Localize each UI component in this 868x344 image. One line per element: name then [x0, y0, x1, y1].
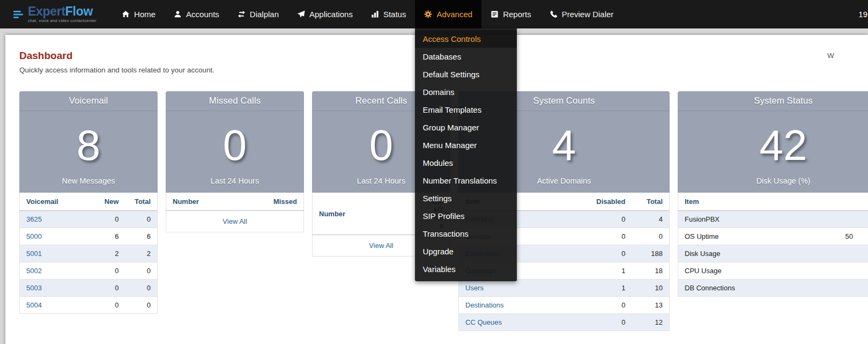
- voicemail-card-title: Voicemail: [19, 91, 158, 111]
- transfer-arrows-icon: [238, 10, 246, 18]
- table-row: OS Uptime50: [678, 228, 868, 245]
- table-row: Users110: [459, 280, 670, 297]
- voicemail-extension-link[interactable]: 5003: [26, 284, 42, 292]
- table-row: Disk Usage: [678, 245, 868, 262]
- menu-item-default-settings[interactable]: Default Settings: [415, 65, 517, 83]
- table-row: CPU Usage: [678, 262, 868, 280]
- table-header-row: Voicemail New Total: [20, 193, 158, 211]
- voicemail-extension-link[interactable]: 5000: [26, 232, 42, 240]
- col-number: Number: [313, 193, 426, 235]
- view-all-row: View All: [166, 211, 304, 232]
- voicemail-extension-link[interactable]: 5004: [26, 301, 42, 309]
- menu-item-email-templates[interactable]: Email Templates: [415, 101, 517, 119]
- bar-chart-icon: [371, 10, 379, 18]
- system-status-stat-label: Disk Usage (%): [678, 177, 868, 185]
- brand-bars-icon: [13, 10, 24, 19]
- cell-total: 0: [125, 262, 158, 280]
- report-book-icon: [491, 10, 499, 18]
- status-value: [839, 280, 868, 297]
- top-navbar: ExpertFlow chat, voice and video contact…: [0, 0, 868, 28]
- table-row: 362500: [20, 211, 158, 228]
- cell-new: 2: [95, 245, 125, 262]
- cell-disabled: 0: [574, 211, 632, 228]
- voicemail-stat-label: New Messages: [19, 177, 158, 185]
- menu-item-domains[interactable]: Domains: [415, 83, 517, 101]
- nav-label: Status: [383, 10, 406, 19]
- table-row: CC Queues012: [459, 314, 670, 331]
- cell-total: 18: [632, 262, 670, 280]
- view-all-link[interactable]: View All: [222, 217, 247, 225]
- table-row: 500122: [20, 245, 158, 262]
- voicemail-extension-link[interactable]: 3625: [26, 215, 42, 223]
- menu-item-upgrade[interactable]: Upgrade: [415, 243, 517, 260]
- nav-item-reports[interactable]: Reports: [481, 0, 540, 28]
- nav-item-preview-dialer[interactable]: Preview Dialer: [540, 0, 623, 28]
- nav-item-status[interactable]: Status: [362, 0, 416, 28]
- cell-disabled: 0: [574, 245, 632, 262]
- status-value: [839, 262, 868, 280]
- menu-item-transactions[interactable]: Transactions: [415, 225, 517, 243]
- cell-new: 0: [95, 297, 125, 314]
- voicemail-card: Voicemail 8 New Messages Voicemail New T…: [19, 91, 158, 314]
- cell-new: 0: [95, 211, 125, 228]
- missed-calls-table: Number Missed View All: [166, 193, 304, 232]
- view-all-link[interactable]: View All: [369, 241, 393, 250]
- table-row: DB Connections: [678, 280, 868, 297]
- nav-item-advanced[interactable]: Advanced Access Controls Databases Defau…: [415, 0, 481, 28]
- menu-item-databases[interactable]: Databases: [415, 48, 517, 65]
- menu-item-menu-manager[interactable]: Menu Manager: [415, 136, 517, 154]
- cell-total: 188: [632, 245, 670, 262]
- table-header-row: Item: [678, 193, 868, 211]
- count-item-link[interactable]: CC Queues: [465, 318, 502, 326]
- brand-logo[interactable]: ExpertFlow chat, voice and video contact…: [0, 0, 97, 28]
- col-voicemail: Voicemail: [20, 193, 95, 211]
- table-row: 500400: [20, 297, 158, 314]
- menu-item-settings[interactable]: Settings: [415, 189, 517, 207]
- menu-item-number-translations[interactable]: Number Translations: [415, 172, 517, 189]
- cell-new: 6: [95, 228, 125, 245]
- cell-new: 0: [95, 262, 125, 280]
- nav-item-home[interactable]: Home: [113, 0, 165, 28]
- menu-item-group-manager[interactable]: Group Manager: [415, 119, 517, 136]
- cell-total: 4: [632, 211, 670, 228]
- menu-item-modules[interactable]: Modules: [415, 154, 517, 172]
- menu-item-variables[interactable]: Variables: [415, 260, 517, 278]
- status-item: CPU Usage: [678, 262, 839, 280]
- home-icon: [122, 10, 130, 18]
- nav-label: Advanced: [436, 10, 472, 19]
- system-status-card: System Status 42 Disk Usage (%) Item Fus…: [678, 91, 868, 297]
- advanced-dropdown-menu: Access Controls Databases Default Settin…: [415, 28, 517, 281]
- cell-total: 0: [632, 228, 670, 245]
- voicemail-table: Voicemail New Total 362500 500066 500122…: [19, 193, 158, 314]
- table-row: Destinations013: [459, 297, 670, 314]
- system-status-card-title: System Status: [678, 91, 868, 111]
- table-row: 500300: [20, 280, 158, 297]
- menu-item-access-controls[interactable]: Access Controls: [415, 30, 517, 48]
- nav-item-accounts[interactable]: Accounts: [165, 0, 228, 28]
- cell-disabled: 0: [574, 297, 632, 314]
- table-header-row: Number Missed: [166, 193, 304, 211]
- nav-label: Applications: [309, 10, 353, 19]
- status-item: OS Uptime: [678, 228, 839, 245]
- voicemail-extension-link[interactable]: 5001: [26, 250, 42, 258]
- voicemail-extension-link[interactable]: 5002: [26, 267, 42, 275]
- nav-item-applications[interactable]: Applications: [288, 0, 362, 28]
- cell-total: 6: [125, 228, 158, 245]
- brand-tagline: chat, voice and video contactcenter: [28, 19, 97, 23]
- status-item: FusionPBX: [678, 211, 839, 228]
- nav-label: Home: [134, 10, 155, 19]
- cell-total: 12: [632, 314, 670, 331]
- main-nav: Home Accounts Dialplan Applications Stat…: [113, 0, 622, 28]
- missed-calls-card: Missed Calls 0 Last 24 Hours Number Miss…: [166, 91, 304, 232]
- col-item: Item: [678, 193, 839, 211]
- menu-item-sip-profiles[interactable]: SIP Profiles: [415, 207, 517, 225]
- nav-item-dialplan[interactable]: Dialplan: [228, 0, 288, 28]
- count-item-link[interactable]: Users: [465, 284, 484, 292]
- col-missed: Missed: [265, 193, 304, 211]
- col-number: Number: [166, 193, 265, 211]
- voicemail-stat-panel: 8 New Messages: [19, 111, 158, 193]
- cell-total: 0: [125, 297, 158, 314]
- disk-usage-count: 42: [678, 115, 868, 175]
- col-total: Total: [125, 193, 158, 211]
- count-item-link[interactable]: Destinations: [465, 301, 504, 309]
